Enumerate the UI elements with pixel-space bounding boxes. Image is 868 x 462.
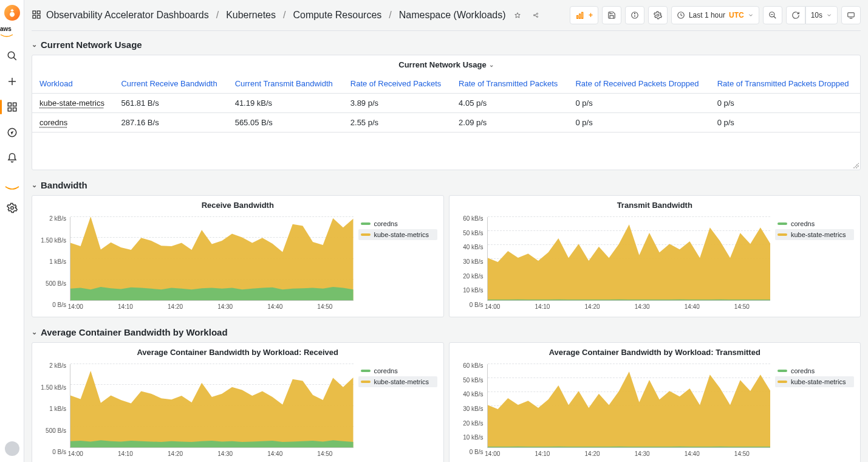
col-rx-drop[interactable]: Rate of Received Packets Dropped <box>568 74 709 94</box>
chart-area[interactable]: 0 B/s10 kB/s20 kB/s30 kB/s40 kB/s50 kB/s… <box>456 215 771 312</box>
legend-item-kube-state-metrics[interactable]: kube-state-metrics <box>775 376 854 387</box>
col-workload[interactable]: Workload <box>32 74 114 94</box>
share-icon[interactable] <box>529 9 542 22</box>
chart-title: Receive Bandwidth <box>202 201 274 210</box>
breadcrumb-sep: / <box>214 10 221 21</box>
svg-line-30 <box>773 16 776 19</box>
svg-point-27 <box>657 14 659 16</box>
col-tx-drop[interactable]: Rate of Transmitted Packets Dropped <box>710 74 860 94</box>
col-recv-bw[interactable]: Current Receive Bandwidth <box>114 74 227 94</box>
section-title-avg: Average Container Bandwidth by Workload <box>41 327 228 337</box>
settings-icon[interactable] <box>4 199 21 216</box>
panel-avg-rx: Average Container Bandwidth by Workload:… <box>32 342 444 462</box>
chart-area[interactable]: 0 B/s500 B/s1 kB/s1.50 kB/s2 kB/s 14:001… <box>38 362 354 459</box>
chart-area[interactable]: 0 B/s10 kB/s20 kB/s30 kB/s40 kB/s50 kB/s… <box>456 362 771 459</box>
svg-rect-6 <box>8 108 11 111</box>
user-avatar[interactable] <box>5 441 19 456</box>
time-range-picker[interactable]: Last 1 hour UTC <box>671 6 759 24</box>
explore-icon[interactable] <box>4 124 21 141</box>
cell: 41.19 kB/s <box>228 94 343 113</box>
chart-legend: coredns kube-state-metrics <box>775 215 854 312</box>
swatch-icon <box>361 381 371 383</box>
alerting-icon[interactable] <box>4 150 21 167</box>
legend-item-coredns[interactable]: coredns <box>358 218 437 229</box>
legend-item-coredns[interactable]: coredns <box>358 365 437 376</box>
legend-item-kube-state-metrics[interactable]: kube-state-metrics <box>358 376 437 387</box>
panel-title[interactable]: Current Network Usage ⌄ <box>32 55 860 74</box>
cell: 2.55 p/s <box>343 113 451 133</box>
legend-item-kube-state-metrics[interactable]: kube-state-metrics <box>358 229 437 240</box>
sidebar: aws <box>0 0 24 462</box>
add-panel-button[interactable]: + <box>570 6 598 24</box>
legend-item-coredns[interactable]: coredns <box>775 365 854 376</box>
chart-legend: coredns kube-state-metrics <box>775 362 854 459</box>
breadcrumb-2[interactable]: Compute Resources <box>293 10 381 21</box>
col-tx-bw[interactable]: Current Transmit Bandwidth <box>228 74 343 94</box>
legend-item-coredns[interactable]: coredns <box>775 218 854 229</box>
resize-handle[interactable] <box>853 162 859 168</box>
cell: 2.09 p/s <box>451 113 568 133</box>
svg-rect-32 <box>848 13 855 17</box>
chart-title: Average Container Bandwidth by Workload:… <box>549 348 760 357</box>
chevron-down-icon: ⌄ <box>32 41 37 49</box>
col-tx-pkt[interactable]: Rate of Transmitted Packets <box>451 74 568 94</box>
chart-area[interactable]: 0 B/s500 B/s1 kB/s1.50 kB/s2 kB/s 14:001… <box>38 215 354 312</box>
svg-rect-23 <box>582 12 583 18</box>
col-rx-pkt[interactable]: Rate of Received Packets <box>343 74 451 94</box>
chevron-down-icon <box>826 12 832 18</box>
swatch-icon <box>777 233 787 236</box>
legend-item-kube-state-metrics[interactable]: kube-state-metrics <box>775 229 854 240</box>
search-icon[interactable] <box>4 47 21 64</box>
refresh-button[interactable] <box>786 6 805 24</box>
swatch-icon <box>777 222 787 225</box>
svg-rect-21 <box>577 16 578 19</box>
table-row: kube-state-metrics 561.81 B/s 41.19 kB/s… <box>32 94 860 113</box>
svg-rect-5 <box>13 103 16 106</box>
network-usage-table: Workload Current Receive Bandwidth Curre… <box>32 74 860 133</box>
cell: 4.05 p/s <box>451 94 568 113</box>
dashboards-icon[interactable] <box>4 98 21 116</box>
section-toggle-avg[interactable]: ⌄ Average Container Bandwidth by Workloa… <box>32 327 861 337</box>
tv-mode-button[interactable] <box>841 6 861 24</box>
swatch-icon <box>361 370 371 372</box>
cell: 0 p/s <box>568 113 709 133</box>
section-title-network: Current Network Usage <box>41 40 142 50</box>
cell: 3.89 p/s <box>343 94 451 113</box>
section-toggle-network[interactable]: ⌄ Current Network Usage <box>32 40 861 50</box>
time-range-label: Last 1 hour <box>689 11 725 19</box>
workload-link[interactable]: coredns <box>39 118 67 127</box>
settings-button[interactable] <box>648 6 668 24</box>
dashboards-grid-icon[interactable] <box>32 10 41 21</box>
section-toggle-bandwidth[interactable]: ⌄ Bandwidth <box>32 180 861 190</box>
zoom-out-button[interactable] <box>763 6 782 24</box>
workload-link[interactable]: kube-state-metrics <box>39 98 104 108</box>
chart-title: Transmit Bandwidth <box>617 201 692 210</box>
refresh-interval-picker[interactable]: 10s <box>805 6 838 24</box>
panel-transmit-bandwidth: Transmit Bandwidth 0 B/s10 kB/s20 kB/s30… <box>449 195 861 317</box>
time-range-tz: UTC <box>729 11 744 19</box>
svg-rect-13 <box>33 15 36 18</box>
breadcrumb-1[interactable]: Kubernetes <box>226 10 276 21</box>
grafana-logo-icon[interactable] <box>4 5 20 21</box>
aws-logo: aws <box>0 26 24 39</box>
svg-rect-4 <box>8 103 11 106</box>
aws-smile-icon <box>5 186 19 191</box>
star-icon[interactable] <box>511 9 524 22</box>
svg-rect-14 <box>37 15 40 18</box>
save-button[interactable] <box>602 6 621 24</box>
cell: 0 p/s <box>710 94 860 113</box>
breadcrumb-root[interactable]: Observability Accelerator Dashboards <box>46 10 209 21</box>
chevron-down-icon: ⌄ <box>32 181 37 189</box>
swatch-icon <box>361 222 371 225</box>
cell: 565.05 B/s <box>228 113 343 133</box>
chart-legend: coredns kube-state-metrics <box>358 362 437 459</box>
svg-rect-7 <box>13 108 16 111</box>
table-row: coredns 287.16 B/s 565.05 B/s 2.55 p/s 2… <box>32 113 860 133</box>
cell: 561.81 B/s <box>114 94 227 113</box>
breadcrumb-3[interactable]: Namespace (Workloads) <box>399 10 506 21</box>
svg-point-0 <box>8 52 15 58</box>
svg-line-19 <box>535 14 536 15</box>
refresh-interval-label: 10s <box>811 11 822 19</box>
info-button[interactable] <box>625 6 644 24</box>
plus-icon[interactable] <box>4 73 21 90</box>
